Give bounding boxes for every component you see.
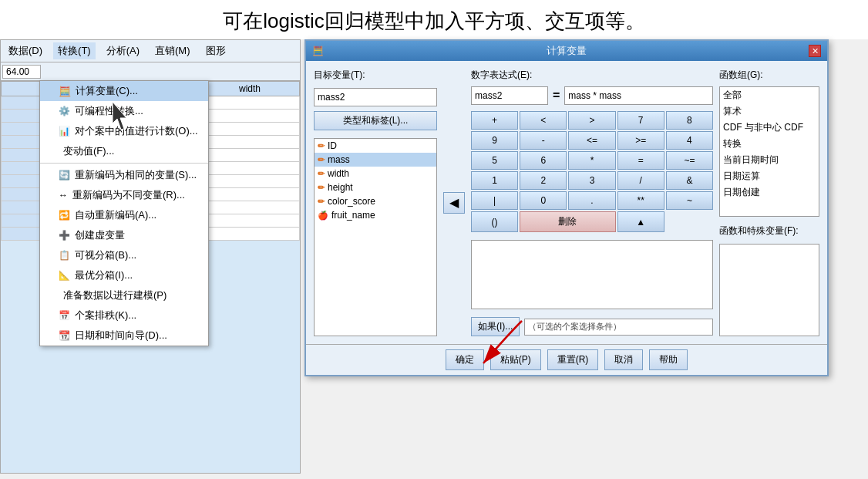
- ok-button[interactable]: 确定: [446, 349, 484, 370]
- func-group-datecreate[interactable]: 日期创建: [720, 184, 819, 201]
- var-item-id[interactable]: ✏ ID: [315, 139, 436, 153]
- help-button[interactable]: 帮助: [649, 349, 688, 370]
- paste-button[interactable]: 粘贴(P): [490, 349, 541, 370]
- dropdown-item-recode-same[interactable]: 🔄 重新编码为相同的变量(S)...: [40, 165, 208, 185]
- calc-0[interactable]: 0: [520, 191, 567, 210]
- menu-transform[interactable]: 转换(T): [53, 42, 96, 59]
- calc-minus[interactable]: -: [520, 131, 567, 150]
- calc-2[interactable]: 2: [520, 171, 567, 190]
- dropdown-item-obin[interactable]: 📐 最优分箱(I)...: [40, 265, 208, 285]
- func-group-all[interactable]: 全部: [720, 87, 819, 103]
- dialog-middle-panel: 数字表达式(E): = + < > 7 8 9 -: [471, 69, 713, 336]
- var-icon-width: ✏: [318, 169, 325, 179]
- date-icon: 📆: [59, 330, 70, 341]
- dropdown-item-calc-var[interactable]: 🧮 计算变量(C)...: [40, 81, 208, 101]
- col-width: width: [200, 82, 300, 96]
- func-group-datecalc[interactable]: 日期运算: [720, 168, 819, 184]
- cancel-button[interactable]: 取消: [604, 349, 643, 370]
- func-group-convert[interactable]: 转换: [720, 136, 819, 152]
- dropdown-item-dummy[interactable]: ➕ 创建虚变量: [40, 225, 208, 245]
- dialog-title-icon: 🧮: [312, 46, 324, 56]
- dialog-right-panel: 函数组(G): 全部 算术 CDF 与非中心 CDF 转换 当前日期时间 日期运…: [719, 69, 819, 336]
- calc-divide[interactable]: /: [617, 171, 664, 190]
- page-title: 可在logistic回归模型中加入平方项、交互项等。: [223, 9, 644, 32]
- dialog-titlebar: 🧮 计算变量 ✕: [306, 41, 827, 61]
- func-group-datetime[interactable]: 当前日期时间: [720, 152, 819, 168]
- move-to-expr-btn[interactable]: ◀: [443, 192, 465, 214]
- calc-3[interactable]: 3: [568, 171, 615, 190]
- calc-not[interactable]: ~: [666, 191, 713, 210]
- calc-gt[interactable]: >: [568, 111, 615, 130]
- calc-power[interactable]: **: [617, 191, 664, 210]
- calc-parens[interactable]: (): [471, 211, 518, 232]
- dropdown-item-date[interactable]: 📆 日期和时间向导(D)...: [40, 326, 208, 346]
- calc-1[interactable]: 1: [471, 171, 518, 190]
- reset-button[interactable]: 重置(R): [547, 349, 599, 370]
- target-var-input[interactable]: [314, 88, 437, 106]
- numeric-expr-label: 数字表达式(E):: [471, 69, 532, 82]
- dropdown-item-prep[interactable]: 准备数据以进行建模(P): [40, 285, 208, 305]
- menu-data[interactable]: 数据(D): [4, 42, 47, 59]
- equals-sign: =: [553, 89, 560, 103]
- calc-4[interactable]: 4: [666, 131, 713, 150]
- if-btn[interactable]: 如果(I)...: [471, 317, 520, 336]
- dropdown-item-auto-recode[interactable]: 🔁 自动重新编码(A)...: [40, 205, 208, 225]
- calc-multiply[interactable]: *: [568, 151, 615, 170]
- func-group-arithmetic[interactable]: 算术: [720, 103, 819, 120]
- func-group-label: 函数组(G):: [719, 69, 819, 82]
- menu-graphs[interactable]: 图形: [201, 42, 230, 59]
- recode-diff-icon: ↔️: [59, 190, 68, 201]
- dialog-close-btn[interactable]: ✕: [809, 45, 821, 57]
- recode-same-icon: 🔄: [59, 170, 70, 180]
- calc-and[interactable]: &: [666, 171, 713, 190]
- dropdown-item-recode-diff[interactable]: ↔️ 重新编码为不同变量(R)...: [40, 185, 208, 205]
- var-item-width[interactable]: ✏ width: [315, 167, 436, 180]
- dropdown-item-vbin[interactable]: 📋 可视分箱(B)...: [40, 245, 208, 265]
- dropdown-item-shift[interactable]: 变动值(F)...: [40, 141, 208, 161]
- var-item-mass[interactable]: ✏ mass: [315, 153, 436, 167]
- calc-plus[interactable]: +: [471, 111, 518, 130]
- separator: [40, 163, 208, 164]
- dialog-footer: 确定 粘贴(P) 重置(R) 取消 帮助: [306, 344, 827, 375]
- calc-6[interactable]: 6: [520, 151, 567, 170]
- calc-delete[interactable]: 删除: [520, 211, 615, 232]
- var-item-fruit-name[interactable]: 🍎 fruit_name: [315, 208, 436, 222]
- calc-dot[interactable]: .: [568, 191, 615, 210]
- calc-8[interactable]: 8: [666, 111, 713, 130]
- func-group-cdf[interactable]: CDF 与非中心 CDF: [720, 120, 819, 136]
- calc-5[interactable]: 5: [471, 151, 518, 170]
- var-icon-color-score: ✏: [318, 197, 325, 207]
- prog-icon: ⚙️: [59, 106, 70, 116]
- calc-var-icon: 🧮: [59, 86, 71, 97]
- func-var-list: [719, 244, 819, 336]
- type-label-btn[interactable]: 类型和标签(L)...: [314, 111, 437, 130]
- calc-lt[interactable]: <: [520, 111, 567, 130]
- var-icon-height: ✏: [318, 183, 325, 193]
- rank-icon: 📅: [59, 310, 70, 321]
- count-icon: 📊: [59, 126, 70, 137]
- calc-up[interactable]: ▲: [617, 211, 664, 232]
- dropdown-item-count[interactable]: 📊 对个案中的值进行计数(O)...: [40, 121, 208, 141]
- menu-analysis[interactable]: 分析(A): [102, 42, 144, 59]
- menu-bar: 数据(D) 转换(T) 分析(A) 直销(M) 图形: [1, 40, 300, 62]
- dropdown-item-rank[interactable]: 📅 个案排秩(K)...: [40, 305, 208, 326]
- calc-7[interactable]: 7: [617, 111, 664, 130]
- dropdown-item-prog[interactable]: ⚙️ 可编程性转换...: [40, 101, 208, 121]
- var-item-height[interactable]: ✏ height: [315, 180, 436, 194]
- var-item-color-score[interactable]: ✏ color_score: [315, 194, 436, 208]
- calc-neq[interactable]: ~=: [666, 151, 713, 170]
- calc-gte[interactable]: >=: [617, 131, 664, 150]
- dialog-title-text: 计算变量: [547, 44, 587, 58]
- calc-eq[interactable]: =: [617, 151, 664, 170]
- numeric-expr-input[interactable]: [564, 86, 713, 105]
- vbin-icon: 📋: [59, 250, 70, 261]
- var-icon-id: ✏: [318, 141, 325, 151]
- target-var-label: 目标变量(T):: [314, 69, 437, 82]
- dummy-icon: ➕: [59, 230, 70, 241]
- calc-9[interactable]: 9: [471, 131, 518, 150]
- calc-lte[interactable]: <=: [568, 131, 615, 150]
- calc-or[interactable]: |: [471, 191, 518, 210]
- target-var-display[interactable]: [471, 86, 548, 105]
- menu-directsales[interactable]: 直销(M): [150, 42, 195, 59]
- transform-dropdown: 🧮 计算变量(C)... ⚙️ 可编程性转换... 📊 对个案中的值进行计数(O…: [39, 80, 209, 346]
